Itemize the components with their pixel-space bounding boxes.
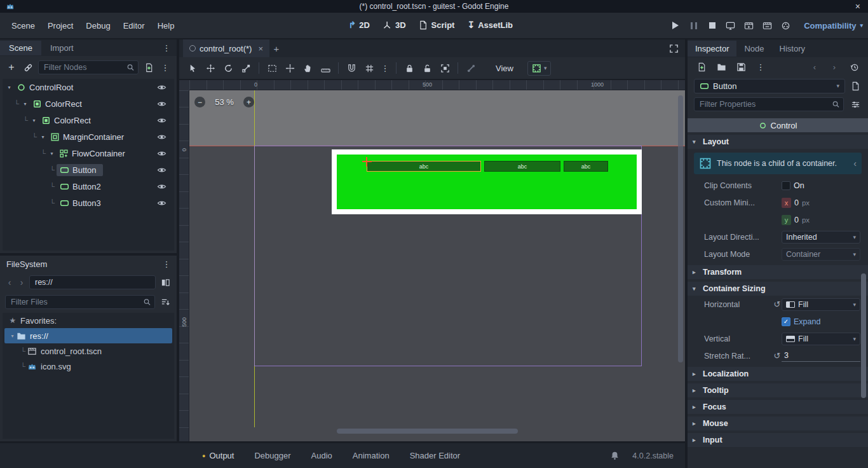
current-path-input[interactable] bbox=[29, 275, 156, 289]
history-back-icon[interactable]: ‹ bbox=[808, 60, 821, 73]
zoom-in-button[interactable]: + bbox=[243, 97, 254, 107]
shader-editor-tab[interactable]: Shader Editor bbox=[402, 448, 468, 463]
section-container-sizing[interactable]: ▾Container Sizing bbox=[688, 282, 868, 296]
section-localization[interactable]: ▸Localization bbox=[688, 367, 868, 381]
collapse-chevron-icon[interactable]: ▾ bbox=[8, 333, 17, 339]
movie-maker-button[interactable] bbox=[778, 18, 794, 33]
output-tab[interactable]: ●Output bbox=[194, 448, 241, 463]
filter-properties-input[interactable] bbox=[694, 97, 844, 111]
horizontal-sizing-dropdown[interactable]: Fill ▾ bbox=[782, 298, 860, 311]
colorrect-white[interactable]: abc abc abc bbox=[332, 149, 642, 214]
ruler-tool-button[interactable] bbox=[317, 60, 334, 76]
collapse-chevron-icon[interactable]: ▾ bbox=[39, 134, 47, 140]
tab-node[interactable]: Node bbox=[736, 41, 771, 57]
collapse-chevron-icon[interactable]: ▾ bbox=[5, 85, 13, 90]
filesystem-menu-icon[interactable]: ⋮ bbox=[160, 258, 173, 270]
scale-tool-button[interactable] bbox=[238, 60, 254, 76]
layout-mode-dropdown[interactable]: Container ▾ bbox=[782, 248, 860, 261]
toggle-split-mode-icon[interactable] bbox=[159, 276, 172, 289]
section-focus[interactable]: ▸Focus bbox=[688, 400, 868, 414]
section-transform[interactable]: ▸Transform bbox=[688, 265, 868, 279]
filter-files-input[interactable] bbox=[5, 295, 155, 309]
vertical-sizing-dropdown[interactable]: Fill ▾ bbox=[782, 333, 860, 345]
y-value[interactable]: 0 bbox=[794, 216, 799, 224]
section-mouse[interactable]: ▸Mouse bbox=[688, 416, 868, 430]
revert-icon[interactable]: ↺ bbox=[773, 299, 782, 309]
expand-checkbox[interactable]: ✓ bbox=[782, 317, 790, 326]
scene-node-controlroot[interactable]: ▾ ControlRoot bbox=[3, 79, 174, 95]
section-layout[interactable]: ▾Layout bbox=[688, 135, 868, 149]
canvas-button-selected[interactable]: abc bbox=[367, 161, 481, 172]
smart-snap-button[interactable] bbox=[343, 60, 360, 76]
menu-debug[interactable]: Debug bbox=[79, 18, 116, 33]
scene-tree-menu-icon[interactable]: ⋮ bbox=[159, 61, 172, 74]
lock-selected-button[interactable] bbox=[401, 60, 417, 76]
menu-project[interactable]: Project bbox=[41, 18, 79, 33]
remote-debug-button[interactable] bbox=[722, 18, 738, 33]
new-resource-icon[interactable] bbox=[695, 60, 708, 73]
dock-menu-icon[interactable]: ⋮ bbox=[160, 41, 173, 54]
workspace-3d-button[interactable]: 3D bbox=[383, 20, 406, 30]
pause-button[interactable] bbox=[686, 18, 702, 33]
filesystem-item-res[interactable]: ▾ res:// bbox=[4, 328, 172, 343]
rotate-tool-button[interactable] bbox=[220, 60, 236, 76]
scene-node-colorrect1[interactable]: └ ▾ ColorRect bbox=[3, 95, 174, 112]
collapse-chevron-icon[interactable]: ▾ bbox=[21, 101, 29, 107]
workspace-assetlib-button[interactable]: ↧AssetLib bbox=[467, 20, 513, 30]
select-tool-button[interactable] bbox=[184, 60, 201, 76]
animation-tab[interactable]: Animation bbox=[345, 448, 397, 463]
canvas-button2[interactable]: abc bbox=[484, 161, 560, 172]
tab-scene[interactable]: Scene bbox=[0, 41, 41, 55]
window-close-icon[interactable]: × bbox=[855, 0, 860, 13]
visibility-eye-icon[interactable] bbox=[157, 149, 166, 158]
save-resource-icon[interactable] bbox=[735, 60, 747, 73]
edited-node-dropdown[interactable]: Button ▾ bbox=[694, 79, 845, 93]
scene-tab-control-root[interactable]: control_root(*) × bbox=[183, 39, 269, 57]
revert-icon[interactable]: ↺ bbox=[773, 351, 782, 361]
play-custom-scene-button[interactable] bbox=[759, 18, 775, 33]
stretch-ratio-field[interactable]: 3 bbox=[782, 350, 860, 362]
section-tooltip[interactable]: ▸Tooltip bbox=[688, 383, 868, 397]
workspace-2d-button[interactable]: ↱2D bbox=[349, 20, 370, 30]
scene-node-button3[interactable]: └ Button3 bbox=[3, 195, 174, 211]
scene-node-flowcontainer[interactable]: └ ▾ FlowContainer bbox=[3, 145, 174, 162]
scene-node-button2[interactable]: └ Button2 bbox=[3, 178, 174, 195]
menu-editor[interactable]: Editor bbox=[117, 18, 151, 33]
visibility-eye-icon[interactable] bbox=[157, 198, 166, 208]
menu-scene[interactable]: Scene bbox=[5, 18, 41, 33]
filesystem-item-scene[interactable]: └ control_root.tscn bbox=[3, 343, 174, 359]
visibility-eye-icon[interactable] bbox=[157, 83, 166, 92]
snap-options-menu-icon[interactable]: ⋮ bbox=[379, 62, 391, 74]
instance-scene-button[interactable] bbox=[22, 61, 34, 74]
menu-help[interactable]: Help bbox=[151, 18, 181, 33]
renderer-dropdown[interactable]: Compatibility▾ bbox=[804, 21, 863, 31]
history-forward-icon[interactable]: › bbox=[828, 60, 841, 73]
nav-back-icon[interactable]: ‹ bbox=[5, 277, 14, 287]
tab-inspector[interactable]: Inspector bbox=[688, 41, 736, 57]
group-selected-button[interactable] bbox=[437, 60, 453, 76]
filter-nodes-input[interactable] bbox=[38, 60, 139, 74]
open-docs-icon[interactable] bbox=[849, 79, 862, 92]
visibility-eye-icon[interactable] bbox=[157, 99, 166, 109]
grid-snap-button[interactable] bbox=[361, 60, 377, 76]
view-menu-button[interactable]: View bbox=[489, 62, 520, 75]
resource-options-icon[interactable]: ⋮ bbox=[754, 60, 767, 73]
vertical-scrollbar[interactable] bbox=[678, 95, 683, 362]
canvas-viewport[interactable]: 0 500 1000 0 500 abc abc abc bbox=[179, 80, 685, 441]
anchor-preset-button[interactable]: ▾ bbox=[527, 61, 552, 76]
attach-script-button[interactable] bbox=[142, 61, 155, 74]
tab-history[interactable]: History bbox=[772, 41, 813, 57]
nav-forward-icon[interactable]: › bbox=[17, 277, 26, 287]
inspector-scrollbar[interactable] bbox=[861, 273, 866, 398]
layout-direction-dropdown[interactable]: Inherited ▾ bbox=[782, 231, 860, 244]
colorrect-green[interactable]: abc abc abc bbox=[337, 155, 637, 209]
property-tools-icon[interactable] bbox=[849, 98, 862, 111]
x-value[interactable]: 0 bbox=[794, 198, 799, 207]
debugger-tab[interactable]: Debugger bbox=[247, 448, 298, 463]
scene-node-margincontainer[interactable]: └ ▾ MarginContainer bbox=[3, 128, 174, 145]
audio-tab[interactable]: Audio bbox=[304, 448, 340, 463]
file-sort-icon[interactable] bbox=[159, 296, 172, 308]
scene-node-button-selected[interactable]: └ Button bbox=[3, 162, 174, 178]
horizontal-scrollbar[interactable] bbox=[337, 429, 518, 434]
skeleton-options-button[interactable] bbox=[463, 60, 479, 76]
